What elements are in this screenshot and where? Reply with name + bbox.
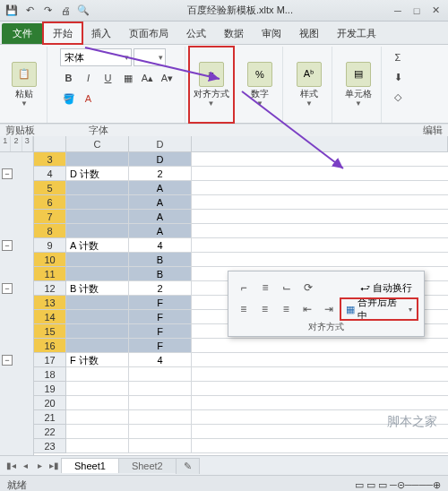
cell-c[interactable]: A 计数 — [66, 238, 129, 253]
styles-button[interactable]: Aᵇ样式▼ — [290, 56, 328, 115]
alignment-button[interactable]: ≡ 对齐方式 ▼ — [193, 56, 230, 115]
outline-level-3[interactable]: 3 — [22, 136, 33, 151]
cell-empty[interactable] — [192, 210, 448, 224]
cell-empty[interactable] — [192, 367, 448, 382]
row-header[interactable]: 23 — [34, 439, 66, 453]
sheet-tab-new[interactable]: ✎ — [176, 458, 200, 474]
wrap-text-button[interactable]: ⮐ 自动换行 — [356, 278, 417, 297]
tab-data[interactable]: 数据 — [215, 23, 253, 44]
print-icon[interactable]: 🖨 — [57, 3, 73, 19]
tab-page-layout[interactable]: 页面布局 — [120, 23, 177, 44]
cell-empty[interactable] — [192, 353, 448, 367]
row-header[interactable]: 15 — [34, 324, 66, 339]
italic-button[interactable]: I — [80, 69, 98, 87]
cell-c[interactable] — [66, 396, 129, 410]
align-bottom-icon[interactable]: ⌙ — [279, 280, 295, 296]
cell-c[interactable] — [66, 224, 129, 238]
sheet-nav-next[interactable]: ▸ — [32, 459, 47, 473]
tab-file[interactable]: 文件 — [2, 23, 43, 44]
font-name-combo[interactable]: 宋体 — [60, 48, 132, 66]
maximize-button[interactable]: □ — [408, 4, 426, 18]
align-right-icon[interactable]: ≡ — [278, 301, 294, 317]
cell-empty[interactable] — [192, 339, 448, 353]
cell-d[interactable]: B — [129, 253, 192, 267]
row-header[interactable]: 17 — [34, 353, 66, 367]
cell-d[interactable]: A — [129, 210, 192, 224]
minimize-button[interactable]: ─ — [389, 4, 407, 18]
row-header[interactable]: 18 — [34, 367, 66, 382]
cell-empty[interactable] — [192, 396, 448, 410]
cell-c[interactable] — [66, 181, 129, 195]
outline-level-1[interactable]: 1 — [0, 136, 11, 151]
row-header[interactable]: 8 — [34, 224, 66, 238]
tab-home[interactable]: 开始 — [43, 22, 82, 44]
cell-c[interactable] — [66, 339, 129, 353]
row-header[interactable]: 22 — [34, 425, 66, 439]
fill-icon[interactable]: ⬇ — [389, 68, 407, 86]
align-left-icon[interactable]: ≡ — [236, 301, 252, 317]
cell-d[interactable]: F — [129, 310, 192, 324]
cell-d[interactable] — [129, 439, 192, 453]
cell-d[interactable]: A — [129, 224, 192, 238]
border-button[interactable]: ▦ — [119, 69, 137, 87]
row-header[interactable]: 9 — [34, 238, 66, 253]
cell-d[interactable]: F — [129, 324, 192, 339]
cell-d[interactable]: 2 — [129, 167, 192, 181]
sheet-tab-2[interactable]: Sheet2 — [118, 458, 177, 473]
cell-d[interactable]: 4 — [129, 353, 192, 367]
sheet-nav-prev[interactable]: ◂ — [18, 459, 32, 473]
cell-d[interactable]: F — [129, 339, 192, 353]
tab-insert[interactable]: 插入 — [82, 23, 120, 44]
row-header[interactable]: 21 — [34, 410, 66, 425]
align-top-icon[interactable]: ⌐ — [236, 280, 252, 296]
cell-c[interactable] — [66, 425, 129, 439]
col-header-d[interactable]: D — [129, 136, 192, 151]
save-icon[interactable]: 💾 — [4, 3, 20, 19]
number-button[interactable]: %数字▼ — [241, 56, 279, 115]
row-header[interactable]: 19 — [34, 382, 66, 396]
tab-developer[interactable]: 开发工具 — [328, 23, 385, 44]
row-header[interactable]: 20 — [34, 396, 66, 410]
cell-empty[interactable] — [192, 238, 448, 253]
cell-c[interactable] — [66, 253, 129, 267]
zoom-controls[interactable]: ▭ ▭ ▭ ─⊝────⊕ — [355, 479, 441, 491]
cell-d[interactable] — [129, 410, 192, 425]
bold-button[interactable]: B — [60, 69, 78, 87]
font-shrink-icon[interactable]: A▾ — [159, 69, 177, 87]
cell-c[interactable] — [66, 382, 129, 396]
undo-icon[interactable]: ↶ — [22, 3, 38, 19]
row-header[interactable]: 4 — [34, 167, 66, 181]
row-header[interactable]: 13 — [34, 296, 66, 310]
cell-d[interactable]: 4 — [129, 238, 192, 253]
outline-collapse[interactable]: − — [2, 240, 13, 251]
row-header[interactable]: 3 — [34, 152, 66, 167]
indent-increase-icon[interactable]: ⇥ — [321, 301, 337, 317]
close-button[interactable]: ✕ — [426, 4, 444, 18]
font-color-button[interactable]: A — [80, 90, 98, 108]
row-header[interactable]: 11 — [34, 267, 66, 281]
cell-c[interactable] — [66, 324, 129, 339]
cell-empty[interactable] — [192, 224, 448, 238]
underline-button[interactable]: U — [99, 69, 117, 87]
cell-c[interactable] — [66, 439, 129, 453]
cell-d[interactable] — [129, 382, 192, 396]
cell-d[interactable] — [129, 367, 192, 382]
cell-c[interactable] — [66, 296, 129, 310]
row-header[interactable]: 16 — [34, 339, 66, 353]
redo-icon[interactable]: ↷ — [39, 3, 56, 19]
cell-c[interactable] — [66, 410, 129, 425]
cell-empty[interactable] — [192, 382, 448, 396]
outline-collapse[interactable]: − — [2, 355, 13, 366]
sheet-nav-first[interactable]: ▮◂ — [4, 459, 18, 473]
cell-d[interactable] — [129, 425, 192, 439]
cell-c[interactable] — [66, 195, 129, 210]
cell-d[interactable]: D — [129, 152, 192, 167]
cell-d[interactable]: A — [129, 181, 192, 195]
cell-d[interactable] — [129, 396, 192, 410]
cell-c[interactable] — [66, 367, 129, 382]
row-header[interactable]: 10 — [34, 253, 66, 267]
outline-collapse[interactable]: − — [2, 168, 13, 179]
font-grow-icon[interactable]: A▴ — [139, 69, 157, 87]
orientation-icon[interactable]: ⟳ — [300, 280, 316, 296]
cell-c[interactable]: D 计数 — [66, 167, 129, 181]
